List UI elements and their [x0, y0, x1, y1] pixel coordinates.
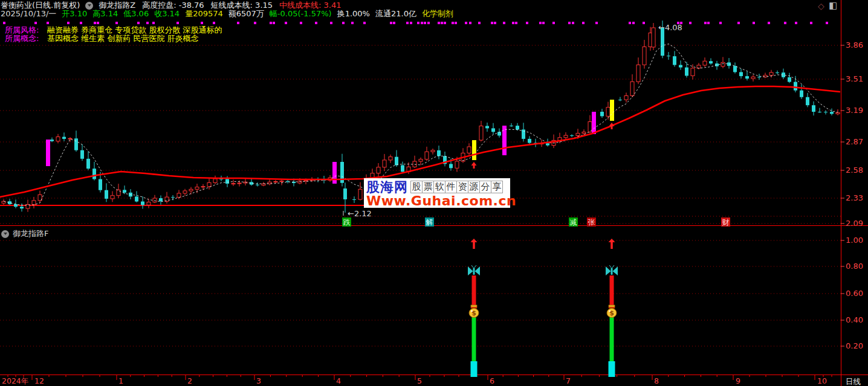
header-field: 幅-0.05(-1.57%) [270, 10, 332, 18]
watermark: 股海网 股票软件资源分享 Www.Guhai.com.cn [364, 178, 510, 208]
svg-text:7: 7 [566, 376, 571, 385]
header-field: 化学制剂 [422, 10, 453, 18]
header-field: 流通21.0亿 [375, 10, 416, 18]
header-field: 中线成本线: 3.41 [279, 1, 341, 10]
watermark-tagline-char: 分 [479, 181, 491, 193]
svg-text:2.33: 2.33 [846, 193, 863, 202]
header-field: 量209574 [185, 10, 223, 18]
svg-text:减: 减 [570, 218, 577, 227]
svg-text:0.80: 0.80 [846, 262, 863, 271]
sub-panel-header: 御龙指路F [1, 228, 48, 239]
svg-text:0.40: 0.40 [846, 315, 863, 324]
header-field: 低3.06 [123, 10, 149, 18]
svg-text:12: 12 [34, 376, 44, 385]
svg-text:2.09: 2.09 [846, 219, 863, 228]
watermark-tagline-char: 件 [445, 181, 457, 193]
svg-text:8: 8 [654, 376, 659, 385]
watermark-tagline-char: 享 [491, 181, 503, 193]
watermark-tagline-char: 软 [433, 181, 445, 193]
svg-text:2: 2 [187, 376, 192, 385]
watermark-tagline: 股票软件资源分享 [411, 181, 503, 193]
svg-text:2.87: 2.87 [846, 137, 863, 146]
svg-text:9: 9 [736, 376, 740, 385]
header-field: 2025/10/13/一 [1, 10, 56, 18]
concept-row-label: 所属概念: [5, 34, 47, 43]
svg-text:张: 张 [588, 218, 595, 227]
style-row-label: 所属风格: [5, 25, 47, 34]
header-field: 高度控盘: -38.76 [142, 1, 204, 10]
svg-text:1: 1 [118, 376, 123, 385]
svg-text:1.00: 1.00 [846, 236, 863, 245]
svg-text:←4.08: ←4.08 [658, 23, 682, 32]
watermark-tagline-char: 票 [422, 181, 434, 193]
style-row: 所属风格: 融资融券 券商重仓 专项贷款 股权分散 深股通标的 [5, 25, 222, 34]
svg-text:3.51: 3.51 [846, 74, 863, 83]
watermark-tagline-char: 资 [456, 181, 468, 193]
svg-text:解: 解 [426, 218, 433, 227]
svg-text:4: 4 [336, 376, 341, 385]
svg-text:6: 6 [490, 376, 494, 385]
sub-indicator-title: 御龙指路F [13, 228, 48, 239]
diamond-icon[interactable]: ◇ [818, 2, 824, 10]
svg-text:财: 财 [722, 218, 730, 227]
svg-text:跌: 跌 [343, 218, 351, 227]
svg-text:3.19: 3.19 [846, 106, 863, 115]
concept-row-items: 基因概念 维生素 创新药 民营医院 肝炎概念 [47, 34, 199, 43]
svg-text:0.60: 0.60 [846, 289, 863, 298]
watermark-url: Www.Guhai.com.cn [366, 195, 509, 207]
svg-text:3: 3 [256, 376, 261, 385]
watermark-tagline-char: 源 [468, 181, 480, 193]
header-field: 高3.14 [92, 10, 118, 18]
svg-text:←2.12: ←2.12 [348, 209, 372, 218]
header-line1: 誉衡药业(日线.前复权) 御龙指路Z高度控盘: -38.76短线成本线: 3.1… [1, 1, 342, 10]
header-line2: 2025/10/13/一开3.10高3.14低3.06收3.14量209574额… [1, 10, 453, 18]
svg-text:10: 10 [817, 376, 827, 385]
style-row-items: 融资融券 券商重仓 专项贷款 股权分散 深股通标的 [47, 25, 222, 34]
period-label[interactable]: 日线 [846, 377, 861, 386]
svg-text:0.20: 0.20 [846, 341, 863, 350]
header-field: 收3.14 [154, 10, 180, 18]
header-field: 御龙指路Z [99, 1, 135, 10]
svg-text:2024年: 2024年 [2, 376, 28, 385]
header-field: 短线成本线: 3.15 [211, 1, 273, 10]
header-field: 开3.10 [62, 10, 87, 18]
svg-text:3.86: 3.86 [846, 40, 863, 50]
svg-text:5: 5 [417, 376, 422, 385]
watermark-tagline-char: 股 [410, 181, 423, 193]
concept-row: 所属概念: 基因概念 维生素 创新药 民营医院 肝炎概念 [5, 34, 199, 43]
chevron-circle-icon[interactable] [85, 2, 93, 10]
chevron-circle-icon[interactable] [1, 230, 9, 238]
header-field: 换1.00% [337, 10, 370, 18]
header-field: 额6507万 [228, 10, 264, 18]
app-window: 3.863.513.192.872.582.332.091.000.800.60… [0, 0, 868, 386]
svg-text:2.58: 2.58 [846, 166, 863, 175]
stock-title: 誉衡药业(日线.前复权) [1, 1, 80, 10]
split-window-icon[interactable]: ◧ [829, 1, 837, 10]
